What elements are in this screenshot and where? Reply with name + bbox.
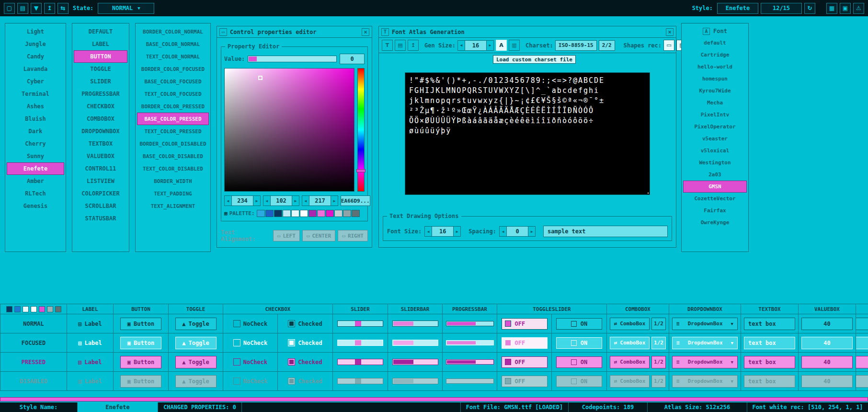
font-list-item[interactable]: v5easter — [683, 133, 747, 145]
property-list-item[interactable]: TEXT_COLOR_FOCUSED — [137, 88, 209, 100]
font-list-item[interactable]: Kyrou7Wide — [683, 85, 747, 97]
property-list-item[interactable]: TEXT_COLOR_DISABLED — [137, 162, 209, 175]
slider-preview[interactable] — [337, 320, 383, 327]
textbox-preview[interactable]: text box — [744, 356, 795, 368]
control-list-item[interactable]: COMBOBOX — [74, 113, 127, 125]
font-list-item[interactable]: Westington — [683, 157, 747, 169]
font-list-item[interactable]: CozetteVector — [683, 193, 747, 205]
combobox-preview[interactable]: ⇄ComboBox — [610, 318, 650, 330]
color-swatch[interactable] — [283, 210, 291, 217]
charset-icon[interactable]: A — [496, 40, 507, 51]
charset-value-box[interactable]: ISO-8859-15 — [555, 40, 597, 51]
control-list-item[interactable]: DROPDOWNBOX — [74, 125, 127, 137]
value-box[interactable]: 0 — [340, 54, 365, 64]
align-right-button[interactable]: ▭ RIGHT — [338, 230, 368, 241]
control-list-item[interactable]: COLORPICKER — [74, 187, 127, 200]
dropdownbox-preview[interactable]: ≡DropdownBox▼ — [672, 318, 738, 330]
font-list-item[interactable]: homespun — [683, 73, 747, 85]
style-list-item[interactable]: Cyber — [7, 75, 64, 88]
style-list-item[interactable]: Dark — [7, 125, 64, 137]
font-size-value[interactable]: 16 — [432, 226, 453, 237]
style-list-item[interactable]: Sunny — [7, 150, 64, 162]
about-icon[interactable]: ⚠ — [853, 3, 864, 14]
color-swatch[interactable] — [39, 306, 45, 312]
spacing-value[interactable]: 0 — [507, 226, 528, 237]
combobox-count[interactable]: 1/2 — [651, 318, 666, 330]
toggle-knob[interactable] — [505, 340, 511, 346]
color-swatch[interactable] — [265, 210, 274, 217]
font-list-item[interactable]: hello-world — [683, 61, 747, 73]
checkbox-icon[interactable] — [233, 320, 240, 327]
valuebox-preview[interactable]: 40 — [801, 356, 853, 368]
checkbox-unchecked-preview[interactable]: NoCheck — [233, 320, 268, 327]
font-list-item[interactable]: Mecha — [683, 97, 747, 109]
color-swatch[interactable] — [257, 210, 265, 217]
toggle-knob[interactable] — [571, 340, 577, 346]
property-list-item[interactable]: BORDER_COLOR_NORMAL — [137, 25, 209, 38]
control-list-item[interactable]: DEFAULT — [74, 25, 127, 38]
toggleslider-off-preview[interactable]: OFF — [502, 356, 548, 368]
checkbox-checked-preview[interactable]: Checked — [288, 339, 322, 346]
toggleslider-on-preview[interactable]: ON — [556, 318, 602, 330]
checkbox-icon[interactable] — [233, 339, 240, 346]
control-list-item[interactable]: STATUSBAR — [74, 212, 127, 225]
control-list-item[interactable]: TEXTBOX — [74, 137, 127, 150]
toggleslider-off-preview[interactable]: OFF — [502, 337, 548, 349]
toggle-preview[interactable]: ▲Toggle — [175, 337, 217, 349]
color-swatch[interactable] — [274, 210, 282, 217]
valuebox-preview[interactable]: 40 — [801, 337, 853, 349]
font-list-item[interactable]: PixelOperator — [683, 121, 747, 133]
checkbox-checked-icon[interactable] — [288, 339, 295, 346]
checkbox-checked-icon[interactable] — [288, 320, 295, 327]
close-icon[interactable]: × — [362, 28, 369, 36]
font-size-decrement-icon[interactable]: ◀ — [424, 226, 432, 237]
sliderbar-preview[interactable] — [392, 340, 438, 346]
control-list-item[interactable]: LISTVIEW — [74, 175, 127, 187]
save-file-icon[interactable]: ▼ — [31, 3, 42, 14]
font-list-item[interactable]: GMSN — [683, 181, 747, 193]
checkbox-checked-preview[interactable]: Checked — [288, 320, 322, 327]
value-slider-handle[interactable] — [249, 57, 257, 61]
blue-decrement-icon[interactable]: ◀ — [302, 195, 309, 206]
font-list-item[interactable]: Fairfax — [683, 205, 747, 217]
font-list-item[interactable]: v5loxical — [683, 145, 747, 157]
control-list-item[interactable]: SCROLLBAR — [74, 200, 127, 212]
checkbox-checked-icon[interactable] — [288, 358, 295, 366]
control-list-item[interactable]: BUTTON — [74, 50, 127, 63]
red-value[interactable]: 234 — [232, 195, 253, 206]
align-left-button[interactable]: ▭ LEFT — [273, 230, 300, 241]
dropdownbox-preview[interactable]: ≡DropdownBox▼ — [672, 337, 738, 349]
property-list-item[interactable]: BASE_COLOR_DISABLED — [137, 150, 209, 162]
toggle-knob[interactable] — [571, 321, 577, 327]
style-list-item[interactable]: Genesis — [7, 200, 64, 212]
align-center-button[interactable]: ▭ CENTER — [302, 230, 335, 241]
color-swatch[interactable] — [334, 210, 343, 217]
style-list-item[interactable]: Enefete — [7, 162, 64, 175]
slider-preview[interactable] — [337, 340, 383, 346]
state-dropdown[interactable]: NORMAL ▼ — [98, 3, 154, 14]
slider-handle[interactable] — [355, 359, 361, 365]
toggleslider-on-preview[interactable]: ON — [556, 337, 602, 349]
button-preview[interactable]: ▣Button — [120, 318, 161, 330]
hue-bar[interactable] — [357, 68, 365, 192]
checkbox-unchecked-preview[interactable]: NoCheck — [233, 339, 268, 346]
table-view-icon[interactable]: ▦ — [826, 3, 837, 14]
property-list-item[interactable]: TEXT_PADDING — [137, 187, 209, 200]
textbox-preview[interactable]: text box — [744, 318, 795, 330]
combobox-preview[interactable]: ⇄ComboBox — [610, 337, 650, 349]
blue-increment-icon[interactable]: ▶ — [331, 195, 338, 206]
valuebox-preview[interactable]: 40 — [801, 318, 853, 330]
style-list-item[interactable]: Bluish — [7, 113, 64, 125]
new-file-icon[interactable]: ▢ — [4, 3, 15, 14]
color-swatch[interactable] — [31, 306, 37, 312]
hex-value-box[interactable]: EA66D9... — [341, 195, 370, 206]
spacing-increment-icon[interactable]: ▶ — [528, 226, 536, 237]
combobox-preview[interactable]: ⇄ComboBox — [610, 356, 650, 368]
style-name-box[interactable]: Enefete — [717, 3, 758, 14]
color-selector[interactable] — [258, 76, 263, 80]
window-titlebar[interactable]: T Font Atlas Generation × — [379, 26, 676, 38]
style-list-item[interactable]: Candy — [7, 50, 64, 63]
sample-text-input[interactable]: sample text — [543, 226, 668, 237]
blue-value[interactable]: 217 — [309, 195, 331, 206]
toggle-knob[interactable] — [505, 320, 511, 327]
